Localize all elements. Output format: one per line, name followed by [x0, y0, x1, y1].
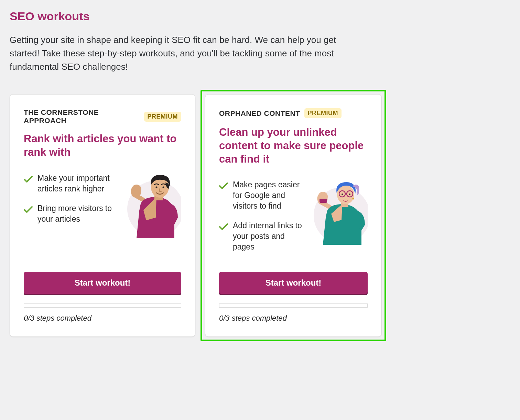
bullet-text: Bring more visitors to your articles [37, 203, 116, 224]
check-icon [219, 222, 228, 229]
start-workout-button[interactable]: Start workout! [219, 272, 368, 294]
bullet-text: Add internal links to your posts and pag… [233, 220, 302, 252]
premium-badge: PREMIUM [144, 112, 182, 122]
card-header: ORPHANED CONTENT PREMIUM [219, 108, 368, 118]
svg-point-16 [353, 198, 354, 200]
card-cornerstone-wrapper: THE CORNERSTONE APPROACH PREMIUM Rank wi… [10, 94, 195, 337]
bullet-list: Make pages easier for Google and visitor… [219, 179, 302, 261]
bullet-list: Make your important articles rank higher… [24, 173, 116, 233]
svg-point-4 [156, 186, 158, 188]
bullet-text: Make pages easier for Google and visitor… [233, 179, 302, 211]
svg-point-14 [342, 194, 343, 195]
card-body: Make your important articles rank higher… [24, 173, 181, 262]
page-intro: Getting your site in shape and keeping i… [10, 33, 340, 74]
steps-completed-text: 0/3 steps completed [24, 314, 181, 323]
person-flex-illustration [309, 179, 368, 245]
start-workout-button[interactable]: Start workout! [24, 272, 181, 294]
progress-bar [219, 303, 368, 308]
progress-bar [24, 303, 181, 308]
list-item: Make pages easier for Google and visitor… [219, 179, 302, 211]
svg-rect-8 [319, 199, 327, 203]
check-icon [219, 181, 228, 188]
check-icon [24, 175, 33, 182]
svg-point-5 [163, 186, 164, 188]
cards-row: THE CORNERSTONE APPROACH PREMIUM Rank wi… [10, 94, 510, 337]
card-cornerstone: THE CORNERSTONE APPROACH PREMIUM Rank wi… [10, 94, 195, 337]
card-body: Make pages easier for Google and visitor… [219, 179, 368, 261]
page-title: SEO workouts [10, 10, 510, 23]
card-title: Clean up your unlinked content to make s… [219, 126, 368, 166]
card-orphaned-wrapper: ORPHANED CONTENT PREMIUM Clean up your u… [201, 90, 386, 341]
person-flex-illustration [123, 173, 181, 238]
svg-point-1 [132, 185, 141, 194]
card-header: THE CORNERSTONE APPROACH PREMIUM [24, 108, 181, 125]
check-icon [24, 205, 33, 212]
card-eyebrow: THE CORNERSTONE APPROACH [24, 108, 140, 125]
steps-completed-text: 0/3 steps completed [219, 314, 368, 323]
card-title: Rank with articles you want to rank with [24, 132, 181, 159]
premium-badge: PREMIUM [304, 108, 342, 118]
list-item: Bring more visitors to your articles [24, 203, 116, 224]
svg-point-15 [349, 194, 350, 195]
list-item: Make your important articles rank higher [24, 173, 116, 194]
list-item: Add internal links to your posts and pag… [219, 220, 302, 252]
bullet-text: Make your important articles rank higher [37, 173, 116, 194]
card-eyebrow: ORPHANED CONTENT [219, 109, 300, 118]
card-orphaned: ORPHANED CONTENT PREMIUM Clean up your u… [205, 94, 382, 337]
